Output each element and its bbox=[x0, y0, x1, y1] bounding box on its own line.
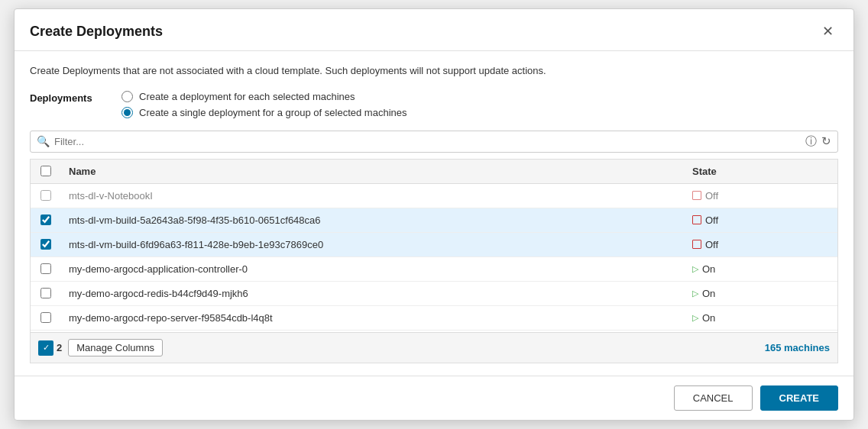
radio-group: Create a deployment for each selected ma… bbox=[121, 91, 406, 118]
machines-count: 165 machines bbox=[765, 342, 830, 353]
row-checkbox-cell bbox=[31, 256, 61, 281]
badge-check-icon: ✓ bbox=[38, 340, 53, 356]
table-scroll[interactable]: Name State mts-dl-v-NotebookIOffmts-dl-v… bbox=[31, 160, 837, 333]
col-header-state: State bbox=[685, 160, 837, 184]
state-off-icon bbox=[692, 191, 701, 200]
row-checkbox[interactable] bbox=[40, 312, 51, 323]
radio-single-group-input[interactable] bbox=[121, 107, 133, 118]
dialog-footer: CANCEL CREATE bbox=[15, 376, 853, 420]
machines-count-label: machines bbox=[784, 342, 830, 353]
create-deployments-dialog: Create Deployments ✕ Create Deployments … bbox=[14, 8, 854, 421]
table-body: mts-dl-v-NotebookIOffmts-dl-vm-build-5a2… bbox=[31, 183, 837, 330]
row-checkbox[interactable] bbox=[40, 288, 51, 298]
row-checkbox-cell bbox=[31, 305, 61, 330]
state-off-icon bbox=[692, 215, 701, 224]
table-row: mts-dl-v-NotebookIOff bbox=[31, 183, 837, 208]
table-row: my-demo-argocd-application-controller-0▷… bbox=[31, 256, 837, 281]
table-row: my-demo-argocd-repo-server-f95854cdb-l4q… bbox=[31, 305, 837, 330]
radio-single-group-label: Create a single deployment for a group o… bbox=[139, 107, 406, 118]
dialog-title: Create Deployments bbox=[30, 24, 163, 40]
state-on-icon: ▷ bbox=[692, 289, 698, 298]
row-name: mts-dl-v-NotebookI bbox=[61, 183, 685, 208]
row-checkbox[interactable] bbox=[40, 239, 51, 250]
row-name: mts-dl-vm-build-6fd96a63-f811-428e-b9eb-… bbox=[61, 232, 685, 256]
refresh-icon[interactable]: ↻ bbox=[821, 134, 831, 148]
cancel-button[interactable]: CANCEL bbox=[674, 385, 753, 411]
state-text: Off bbox=[705, 239, 718, 250]
row-checkbox[interactable] bbox=[40, 263, 51, 274]
dialog-header: Create Deployments ✕ bbox=[15, 9, 853, 51]
row-name: my-demo-argocd-repo-server-f95854cdb-l4q… bbox=[61, 305, 685, 330]
row-name: mts-dl-vm-build-5a2643a8-5f98-4f35-b610-… bbox=[61, 208, 685, 232]
state-text: Off bbox=[705, 190, 718, 202]
state-on-icon: ▷ bbox=[692, 264, 698, 274]
row-checkbox[interactable] bbox=[40, 190, 51, 201]
radio-per-machine-input[interactable] bbox=[121, 91, 133, 102]
deployments-section: Deployments Create a deployment for each… bbox=[30, 91, 838, 118]
close-button[interactable]: ✕ bbox=[818, 21, 838, 41]
selected-count: 2 bbox=[57, 342, 62, 353]
state-on-icon: ▷ bbox=[692, 313, 698, 323]
row-state: ▷On bbox=[685, 256, 837, 281]
radio-single-group[interactable]: Create a single deployment for a group o… bbox=[121, 107, 406, 118]
state-text: On bbox=[702, 288, 715, 299]
table-row: mts-dl-vm-build-6fd96a63-f811-428e-b9eb-… bbox=[31, 232, 837, 256]
table-row: mts-dl-vm-build-5a2643a8-5f98-4f35-b610-… bbox=[31, 208, 837, 232]
machines-count-number: 165 bbox=[765, 342, 782, 353]
selected-count-badge: ✓ 2 bbox=[38, 340, 62, 356]
dialog-description: Create Deployments that are not associat… bbox=[30, 63, 838, 79]
select-all-checkbox[interactable] bbox=[40, 166, 51, 176]
machines-table: Name State mts-dl-v-NotebookIOffmts-dl-v… bbox=[31, 160, 837, 331]
row-checkbox-cell bbox=[31, 183, 61, 208]
state-text: Off bbox=[705, 214, 718, 226]
dialog-body: Create Deployments that are not associat… bbox=[15, 51, 853, 376]
row-checkbox-cell bbox=[31, 208, 61, 232]
row-checkbox-cell bbox=[31, 232, 61, 256]
row-state: Off bbox=[685, 208, 837, 232]
table-row: my-demo-argocd-redis-b44cf9d49-mjkh6▷On bbox=[31, 281, 837, 305]
table-header-row: Name State bbox=[31, 160, 837, 184]
radio-per-machine-label: Create a deployment for each selected ma… bbox=[139, 91, 355, 102]
footer-left: ✓ 2 Manage Columns bbox=[38, 339, 163, 356]
radio-per-machine[interactable]: Create a deployment for each selected ma… bbox=[121, 91, 406, 102]
data-table-wrapper: Name State mts-dl-v-NotebookIOffmts-dl-v… bbox=[30, 159, 838, 364]
row-name: my-demo-argocd-application-controller-0 bbox=[61, 256, 685, 281]
col-header-checkbox bbox=[31, 160, 61, 184]
state-text: On bbox=[702, 312, 715, 324]
deployments-label: Deployments bbox=[30, 91, 121, 104]
row-checkbox-cell bbox=[31, 281, 61, 305]
row-name: my-demo-argocd-redis-b44cf9d49-mjkh6 bbox=[61, 281, 685, 305]
filter-input[interactable] bbox=[54, 136, 805, 147]
info-icon[interactable]: ⓘ bbox=[805, 134, 817, 149]
row-state: Off bbox=[685, 183, 837, 208]
row-state: ▷On bbox=[685, 305, 837, 330]
search-icon: 🔍 bbox=[37, 135, 50, 147]
row-checkbox[interactable] bbox=[40, 214, 51, 225]
row-state: Off bbox=[685, 232, 837, 256]
manage-columns-button[interactable]: Manage Columns bbox=[68, 339, 163, 356]
table-footer: ✓ 2 Manage Columns 165 machines bbox=[31, 332, 837, 363]
col-header-name: Name bbox=[61, 160, 685, 184]
state-text: On bbox=[702, 263, 715, 275]
state-off-icon bbox=[692, 240, 701, 249]
row-state: ▷On bbox=[685, 281, 837, 305]
filter-actions: ⓘ ↻ bbox=[805, 134, 831, 149]
create-button[interactable]: CREATE bbox=[760, 385, 838, 411]
filter-row: 🔍 ⓘ ↻ bbox=[30, 131, 838, 153]
